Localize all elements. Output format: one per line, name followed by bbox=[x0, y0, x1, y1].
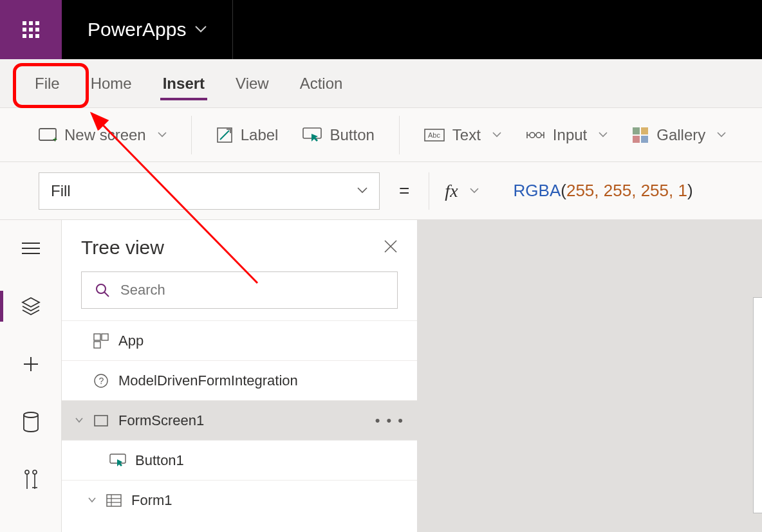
formula-arg1: 255 bbox=[566, 181, 594, 200]
tree-item-label: FormScreen1 bbox=[118, 412, 204, 429]
help-icon: ? bbox=[93, 374, 109, 388]
ribbon-button-label: Button bbox=[330, 126, 374, 144]
menu-bar: File Home Insert View Action bbox=[0, 59, 762, 108]
rail-tree-view[interactable] bbox=[18, 293, 44, 319]
svg-point-20 bbox=[24, 412, 38, 417]
close-panel-button[interactable] bbox=[384, 238, 398, 258]
tree-list: App ? ModelDrivenFormIntegration FormScr… bbox=[62, 320, 417, 520]
tree-item-label: App bbox=[118, 333, 144, 349]
ribbon-label-label: Label bbox=[241, 126, 279, 144]
formula-fn: RGBA bbox=[514, 181, 561, 200]
chevron-down-icon bbox=[599, 132, 608, 138]
formula-bar: Fill = fx RGBA(255, 255, 255, 1) bbox=[0, 162, 762, 220]
tree-search-wrap bbox=[62, 271, 417, 320]
svg-text:Abc: Abc bbox=[428, 131, 440, 139]
tree-header: Tree view bbox=[62, 220, 417, 271]
label-icon bbox=[216, 127, 233, 143]
gallery-icon bbox=[632, 127, 649, 143]
button-icon bbox=[109, 454, 126, 468]
ribbon-button[interactable]: Button bbox=[302, 126, 374, 144]
svg-text:?: ? bbox=[99, 376, 104, 386]
property-selector[interactable]: Fill bbox=[39, 172, 380, 210]
formula-arg4: 1 bbox=[678, 181, 687, 200]
svg-rect-32 bbox=[94, 342, 100, 348]
chevron-down-icon bbox=[492, 132, 501, 138]
svg-rect-37 bbox=[107, 495, 121, 506]
formula-comma1: , bbox=[594, 181, 603, 200]
svg-point-8 bbox=[536, 133, 541, 138]
svg-rect-35 bbox=[95, 416, 107, 426]
ribbon-toolbar: + New screen Label Button Abc Text Input… bbox=[0, 108, 762, 162]
search-icon bbox=[95, 282, 110, 298]
canvas-edge bbox=[753, 297, 762, 513]
editor-body: Tree view App ? bbox=[0, 220, 762, 532]
database-icon bbox=[23, 412, 39, 432]
ribbon-text[interactable]: Abc Text bbox=[424, 126, 501, 144]
app-icon bbox=[93, 333, 109, 349]
tree-title: Tree view bbox=[81, 237, 164, 259]
tree-item-form1[interactable]: Form1 bbox=[62, 481, 417, 520]
svg-text:+: + bbox=[53, 135, 57, 144]
fx-button[interactable]: fx bbox=[429, 172, 494, 210]
hamburger-icon bbox=[22, 242, 40, 255]
tools-icon bbox=[23, 470, 39, 490]
menu-action[interactable]: Action bbox=[297, 71, 346, 96]
plus-icon bbox=[23, 356, 39, 372]
svg-point-28 bbox=[97, 284, 106, 293]
tree-item-mdfi[interactable]: ? ModelDrivenFormIntegration bbox=[62, 361, 417, 401]
formula-arg2: 255 bbox=[604, 181, 631, 200]
button-icon bbox=[302, 127, 322, 143]
menu-file[interactable]: File bbox=[32, 71, 62, 96]
close-icon bbox=[384, 239, 398, 253]
svg-rect-30 bbox=[94, 334, 100, 340]
rail-hamburger[interactable] bbox=[18, 235, 44, 261]
canvas-area[interactable] bbox=[418, 220, 762, 532]
tree-item-app[interactable]: App bbox=[62, 321, 417, 361]
tree-item-more[interactable]: • • • bbox=[375, 412, 404, 429]
environment-picker[interactable]: PowerApps bbox=[62, 0, 233, 59]
chevron-down-icon bbox=[195, 26, 207, 33]
svg-point-7 bbox=[530, 133, 535, 138]
tree-item-label: ModelDrivenFormIntegration bbox=[118, 372, 298, 389]
chevron-down-icon bbox=[158, 132, 167, 138]
formula-input[interactable]: RGBA(255, 255, 255, 1) bbox=[507, 181, 693, 201]
ribbon-input-label: Input bbox=[553, 126, 587, 144]
chevron-down-icon bbox=[88, 497, 97, 504]
waffle-icon bbox=[23, 21, 39, 38]
formula-comma2: , bbox=[631, 181, 640, 200]
chevron-down-icon bbox=[357, 187, 367, 195]
ribbon-input[interactable]: Input bbox=[526, 126, 608, 144]
rail-data[interactable] bbox=[18, 409, 44, 435]
separator bbox=[399, 116, 400, 154]
menu-insert[interactable]: Insert bbox=[160, 71, 207, 96]
ribbon-new-screen-label: New screen bbox=[64, 126, 146, 144]
text-icon: Abc bbox=[424, 129, 445, 142]
tree-item-formscreen1[interactable]: FormScreen1 • • • bbox=[62, 401, 417, 441]
svg-point-21 bbox=[25, 470, 29, 474]
chevron-down-icon bbox=[470, 188, 479, 194]
ribbon-gallery[interactable]: Gallery bbox=[632, 126, 726, 144]
tree-item-label: Form1 bbox=[131, 492, 172, 509]
tree-search-box[interactable] bbox=[81, 271, 398, 309]
tree-view-panel: Tree view App ? bbox=[62, 220, 418, 532]
tree-item-button1[interactable]: Button1 bbox=[62, 441, 417, 481]
ribbon-label[interactable]: Label bbox=[216, 126, 279, 144]
formula-open: ( bbox=[561, 181, 566, 200]
equals-sign: = bbox=[399, 181, 409, 201]
rail-insert[interactable] bbox=[18, 351, 44, 377]
menu-home[interactable]: Home bbox=[88, 71, 135, 96]
svg-point-23 bbox=[33, 470, 37, 474]
left-rail bbox=[0, 220, 62, 532]
menu-view[interactable]: View bbox=[233, 71, 272, 96]
app-launcher-button[interactable] bbox=[0, 0, 62, 59]
fx-label: fx bbox=[445, 181, 458, 201]
search-input[interactable] bbox=[120, 282, 384, 298]
formula-close: ) bbox=[687, 181, 693, 200]
svg-rect-31 bbox=[102, 334, 108, 340]
ribbon-new-screen[interactable]: + New screen bbox=[39, 126, 167, 144]
formula-comma3: , bbox=[669, 181, 678, 200]
chevron-down-icon bbox=[717, 132, 726, 138]
svg-rect-14 bbox=[641, 136, 648, 143]
svg-rect-12 bbox=[641, 127, 648, 134]
rail-advanced-tools[interactable] bbox=[18, 467, 44, 493]
